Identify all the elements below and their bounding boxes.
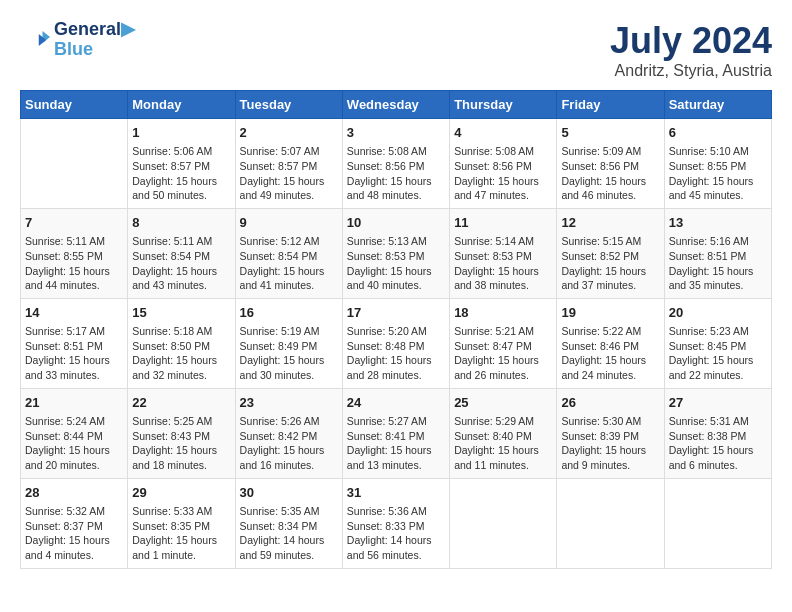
day-info: Sunrise: 5:20 AM Sunset: 8:48 PM Dayligh… (347, 324, 445, 383)
calendar-cell: 1Sunrise: 5:06 AM Sunset: 8:57 PM Daylig… (128, 119, 235, 209)
day-info: Sunrise: 5:06 AM Sunset: 8:57 PM Dayligh… (132, 144, 230, 203)
calendar-cell: 25Sunrise: 5:29 AM Sunset: 8:40 PM Dayli… (450, 388, 557, 478)
day-number: 27 (669, 394, 767, 412)
day-number: 3 (347, 124, 445, 142)
day-info: Sunrise: 5:22 AM Sunset: 8:46 PM Dayligh… (561, 324, 659, 383)
day-info: Sunrise: 5:25 AM Sunset: 8:43 PM Dayligh… (132, 414, 230, 473)
day-info: Sunrise: 5:16 AM Sunset: 8:51 PM Dayligh… (669, 234, 767, 293)
calendar-cell: 3Sunrise: 5:08 AM Sunset: 8:56 PM Daylig… (342, 119, 449, 209)
calendar-cell: 17Sunrise: 5:20 AM Sunset: 8:48 PM Dayli… (342, 298, 449, 388)
calendar-cell: 9Sunrise: 5:12 AM Sunset: 8:54 PM Daylig… (235, 208, 342, 298)
logo: General▶ Blue (20, 20, 135, 60)
page-header: General▶ Blue July 2024 Andritz, Styria,… (20, 20, 772, 80)
day-number: 26 (561, 394, 659, 412)
weekday-header-tuesday: Tuesday (235, 91, 342, 119)
logo-text: General▶ Blue (54, 20, 135, 60)
calendar-cell (664, 478, 771, 568)
calendar-cell: 6Sunrise: 5:10 AM Sunset: 8:55 PM Daylig… (664, 119, 771, 209)
day-info: Sunrise: 5:09 AM Sunset: 8:56 PM Dayligh… (561, 144, 659, 203)
calendar-table: SundayMondayTuesdayWednesdayThursdayFrid… (20, 90, 772, 569)
calendar-cell: 4Sunrise: 5:08 AM Sunset: 8:56 PM Daylig… (450, 119, 557, 209)
calendar-cell (450, 478, 557, 568)
calendar-cell: 16Sunrise: 5:19 AM Sunset: 8:49 PM Dayli… (235, 298, 342, 388)
day-info: Sunrise: 5:10 AM Sunset: 8:55 PM Dayligh… (669, 144, 767, 203)
month-title: July 2024 (610, 20, 772, 62)
calendar-cell: 28Sunrise: 5:32 AM Sunset: 8:37 PM Dayli… (21, 478, 128, 568)
calendar-body: 1Sunrise: 5:06 AM Sunset: 8:57 PM Daylig… (21, 119, 772, 569)
weekday-header-monday: Monday (128, 91, 235, 119)
calendar-week-4: 21Sunrise: 5:24 AM Sunset: 8:44 PM Dayli… (21, 388, 772, 478)
day-number: 13 (669, 214, 767, 232)
day-number: 15 (132, 304, 230, 322)
day-number: 9 (240, 214, 338, 232)
calendar-week-3: 14Sunrise: 5:17 AM Sunset: 8:51 PM Dayli… (21, 298, 772, 388)
weekday-header-wednesday: Wednesday (342, 91, 449, 119)
day-number: 19 (561, 304, 659, 322)
day-number: 12 (561, 214, 659, 232)
calendar-cell: 24Sunrise: 5:27 AM Sunset: 8:41 PM Dayli… (342, 388, 449, 478)
weekday-header-saturday: Saturday (664, 91, 771, 119)
day-info: Sunrise: 5:30 AM Sunset: 8:39 PM Dayligh… (561, 414, 659, 473)
calendar-week-2: 7Sunrise: 5:11 AM Sunset: 8:55 PM Daylig… (21, 208, 772, 298)
weekday-header-sunday: Sunday (21, 91, 128, 119)
calendar-cell: 27Sunrise: 5:31 AM Sunset: 8:38 PM Dayli… (664, 388, 771, 478)
weekday-header-thursday: Thursday (450, 91, 557, 119)
day-info: Sunrise: 5:31 AM Sunset: 8:38 PM Dayligh… (669, 414, 767, 473)
calendar-cell: 19Sunrise: 5:22 AM Sunset: 8:46 PM Dayli… (557, 298, 664, 388)
day-number: 28 (25, 484, 123, 502)
day-number: 8 (132, 214, 230, 232)
day-number: 5 (561, 124, 659, 142)
calendar-cell: 7Sunrise: 5:11 AM Sunset: 8:55 PM Daylig… (21, 208, 128, 298)
day-info: Sunrise: 5:15 AM Sunset: 8:52 PM Dayligh… (561, 234, 659, 293)
day-number: 4 (454, 124, 552, 142)
day-info: Sunrise: 5:23 AM Sunset: 8:45 PM Dayligh… (669, 324, 767, 383)
day-info: Sunrise: 5:27 AM Sunset: 8:41 PM Dayligh… (347, 414, 445, 473)
logo-icon (20, 25, 50, 55)
day-info: Sunrise: 5:19 AM Sunset: 8:49 PM Dayligh… (240, 324, 338, 383)
day-info: Sunrise: 5:11 AM Sunset: 8:55 PM Dayligh… (25, 234, 123, 293)
day-number: 18 (454, 304, 552, 322)
day-info: Sunrise: 5:26 AM Sunset: 8:42 PM Dayligh… (240, 414, 338, 473)
day-info: Sunrise: 5:08 AM Sunset: 8:56 PM Dayligh… (454, 144, 552, 203)
day-info: Sunrise: 5:21 AM Sunset: 8:47 PM Dayligh… (454, 324, 552, 383)
calendar-cell: 23Sunrise: 5:26 AM Sunset: 8:42 PM Dayli… (235, 388, 342, 478)
day-info: Sunrise: 5:36 AM Sunset: 8:33 PM Dayligh… (347, 504, 445, 563)
day-number: 22 (132, 394, 230, 412)
calendar-cell: 31Sunrise: 5:36 AM Sunset: 8:33 PM Dayli… (342, 478, 449, 568)
calendar-cell: 14Sunrise: 5:17 AM Sunset: 8:51 PM Dayli… (21, 298, 128, 388)
day-number: 24 (347, 394, 445, 412)
day-number: 31 (347, 484, 445, 502)
day-number: 23 (240, 394, 338, 412)
weekday-header-friday: Friday (557, 91, 664, 119)
calendar-cell: 26Sunrise: 5:30 AM Sunset: 8:39 PM Dayli… (557, 388, 664, 478)
day-number: 20 (669, 304, 767, 322)
day-number: 14 (25, 304, 123, 322)
day-number: 21 (25, 394, 123, 412)
calendar-cell: 5Sunrise: 5:09 AM Sunset: 8:56 PM Daylig… (557, 119, 664, 209)
day-info: Sunrise: 5:33 AM Sunset: 8:35 PM Dayligh… (132, 504, 230, 563)
calendar-cell: 18Sunrise: 5:21 AM Sunset: 8:47 PM Dayli… (450, 298, 557, 388)
day-info: Sunrise: 5:32 AM Sunset: 8:37 PM Dayligh… (25, 504, 123, 563)
calendar-cell: 8Sunrise: 5:11 AM Sunset: 8:54 PM Daylig… (128, 208, 235, 298)
day-number: 30 (240, 484, 338, 502)
day-number: 11 (454, 214, 552, 232)
day-number: 17 (347, 304, 445, 322)
calendar-cell: 2Sunrise: 5:07 AM Sunset: 8:57 PM Daylig… (235, 119, 342, 209)
day-info: Sunrise: 5:08 AM Sunset: 8:56 PM Dayligh… (347, 144, 445, 203)
calendar-cell: 12Sunrise: 5:15 AM Sunset: 8:52 PM Dayli… (557, 208, 664, 298)
calendar-cell (21, 119, 128, 209)
title-block: July 2024 Andritz, Styria, Austria (610, 20, 772, 80)
day-number: 10 (347, 214, 445, 232)
calendar-week-5: 28Sunrise: 5:32 AM Sunset: 8:37 PM Dayli… (21, 478, 772, 568)
calendar-cell: 30Sunrise: 5:35 AM Sunset: 8:34 PM Dayli… (235, 478, 342, 568)
calendar-cell: 20Sunrise: 5:23 AM Sunset: 8:45 PM Dayli… (664, 298, 771, 388)
calendar-cell: 10Sunrise: 5:13 AM Sunset: 8:53 PM Dayli… (342, 208, 449, 298)
weekday-header-row: SundayMondayTuesdayWednesdayThursdayFrid… (21, 91, 772, 119)
day-info: Sunrise: 5:18 AM Sunset: 8:50 PM Dayligh… (132, 324, 230, 383)
calendar-cell: 21Sunrise: 5:24 AM Sunset: 8:44 PM Dayli… (21, 388, 128, 478)
calendar-week-1: 1Sunrise: 5:06 AM Sunset: 8:57 PM Daylig… (21, 119, 772, 209)
day-info: Sunrise: 5:35 AM Sunset: 8:34 PM Dayligh… (240, 504, 338, 563)
day-info: Sunrise: 5:11 AM Sunset: 8:54 PM Dayligh… (132, 234, 230, 293)
calendar-cell: 11Sunrise: 5:14 AM Sunset: 8:53 PM Dayli… (450, 208, 557, 298)
calendar-cell (557, 478, 664, 568)
